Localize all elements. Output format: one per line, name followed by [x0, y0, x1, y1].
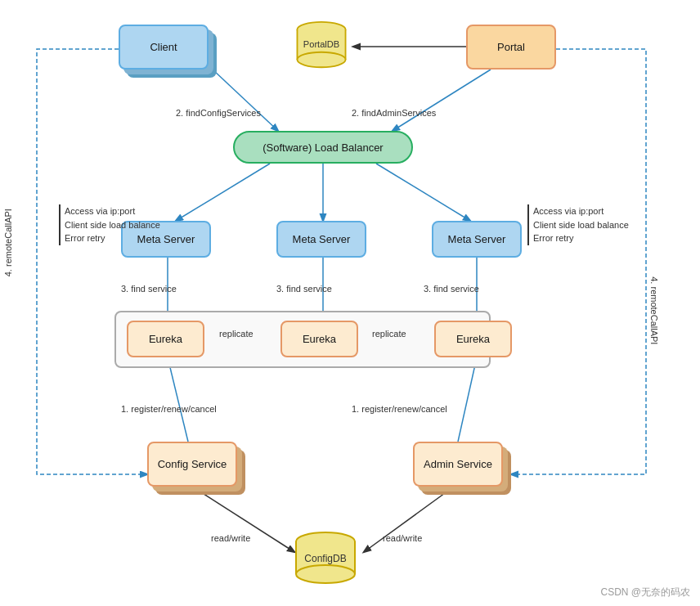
configdb-shape: ConfigDB: [293, 532, 358, 585]
find-service-1-label: 3. find service: [121, 282, 177, 296]
portaldb-shape: PortalDB: [293, 20, 350, 70]
meta3-label: Meta Server: [448, 233, 506, 245]
svg-point-27: [296, 565, 355, 583]
find-config-label: 2. findConfigServices: [176, 106, 261, 120]
eureka3-label: Eureka: [456, 333, 490, 345]
meta2-label: Meta Server: [293, 233, 351, 245]
read-write-1-label: read/write: [211, 532, 250, 545]
annotation-left: Access via ip:port Client side load bala…: [59, 204, 173, 245]
admin-service-node: Admin Service: [413, 442, 503, 487]
arrows-svg: [0, 0, 700, 606]
remote-call-left-label: 4. remoteCallAPI: [2, 209, 16, 276]
meta-server-3-node: Meta Server: [432, 221, 522, 258]
lb-label: (Software) Load Balancer: [262, 141, 383, 154]
eureka1-label: Eureka: [149, 333, 182, 345]
replicate-2-label: replicate: [372, 327, 406, 341]
svg-line-2: [393, 70, 491, 131]
register-2-label: 1. register/renew/cancel: [352, 402, 447, 416]
svg-line-13: [168, 357, 188, 442]
watermark: CSDN @无奈的码农: [600, 586, 690, 599]
find-service-2-label: 3. find service: [276, 282, 332, 296]
svg-point-21: [297, 52, 345, 67]
svg-line-5: [376, 164, 470, 221]
admin-label: Admin Service: [424, 458, 492, 470]
svg-text:ConfigDB: ConfigDB: [304, 553, 346, 564]
replicate-1-label: replicate: [219, 327, 254, 341]
config-label: Config Service: [158, 458, 227, 470]
register-1-label: 1. register/renew/cancel: [121, 402, 217, 416]
client-label: Client: [150, 41, 177, 53]
svg-line-3: [176, 164, 270, 221]
find-admin-label: 2. findAdminServices: [352, 106, 436, 120]
read-write-2-label: read/write: [383, 532, 422, 545]
client-node: Client: [119, 25, 209, 70]
lb-node: (Software) Load Balancer: [233, 131, 413, 164]
annotation-right: Access via ip:port Client side load bala…: [527, 204, 642, 245]
meta-server-2-node: Meta Server: [276, 221, 366, 258]
eureka-1-node: Eureka: [127, 321, 204, 357]
eureka2-label: Eureka: [303, 333, 336, 345]
find-service-3-label: 3. find service: [424, 282, 479, 296]
portal-node: Portal: [466, 25, 556, 70]
eureka-2-node: Eureka: [280, 321, 358, 357]
svg-line-14: [458, 357, 477, 442]
svg-text:PortalDB: PortalDB: [303, 39, 339, 49]
svg-line-1: [213, 70, 278, 131]
remote-call-right-label: 4. remoteCallAPI: [648, 276, 662, 344]
portal-label: Portal: [497, 41, 525, 53]
config-service-node: Config Service: [147, 442, 237, 487]
diagram: Client Portal PortalDB (Software) Load B…: [0, 0, 700, 606]
eureka-3-node: Eureka: [434, 321, 512, 357]
